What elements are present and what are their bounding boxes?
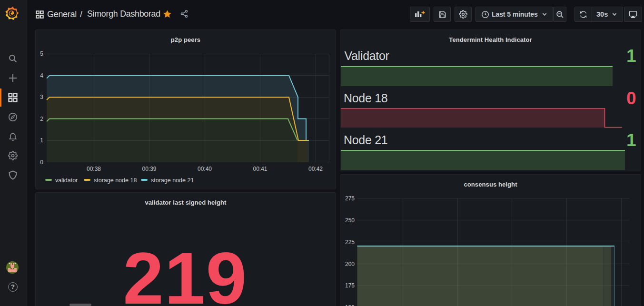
svg-text:175: 175 [345, 282, 355, 289]
svg-text:200: 200 [345, 261, 355, 267]
svg-text:00:39: 00:39 [142, 166, 156, 172]
svg-text:150: 150 [345, 304, 355, 306]
svg-text:1: 1 [40, 137, 43, 144]
svg-text:1: 1 [626, 130, 636, 150]
svg-text:Node 21: Node 21 [344, 133, 387, 147]
svg-text:5: 5 [40, 50, 43, 57]
svg-text:Validator: Validator [345, 49, 389, 62]
svg-text:00:41: 00:41 [253, 166, 267, 172]
svg-text:225: 225 [345, 239, 355, 246]
svg-text:0: 0 [40, 159, 43, 166]
svg-text:storage node 18: storage node 18 [94, 177, 137, 184]
svg-text:2: 2 [40, 116, 43, 122]
svg-text:275: 275 [345, 195, 355, 202]
svg-text:validator: validator [55, 177, 78, 184]
svg-text:3: 3 [40, 94, 43, 100]
svg-text:4: 4 [40, 72, 43, 79]
svg-text:00:40: 00:40 [198, 166, 212, 172]
svg-text:Node 18: Node 18 [344, 91, 387, 105]
svg-text:1: 1 [626, 46, 636, 66]
svg-text:storage node 21: storage node 21 [151, 177, 194, 184]
svg-text:0: 0 [626, 89, 636, 108]
svg-text:00:42: 00:42 [308, 166, 323, 172]
svg-text:00:38: 00:38 [87, 166, 101, 172]
svg-text:250: 250 [345, 217, 355, 224]
